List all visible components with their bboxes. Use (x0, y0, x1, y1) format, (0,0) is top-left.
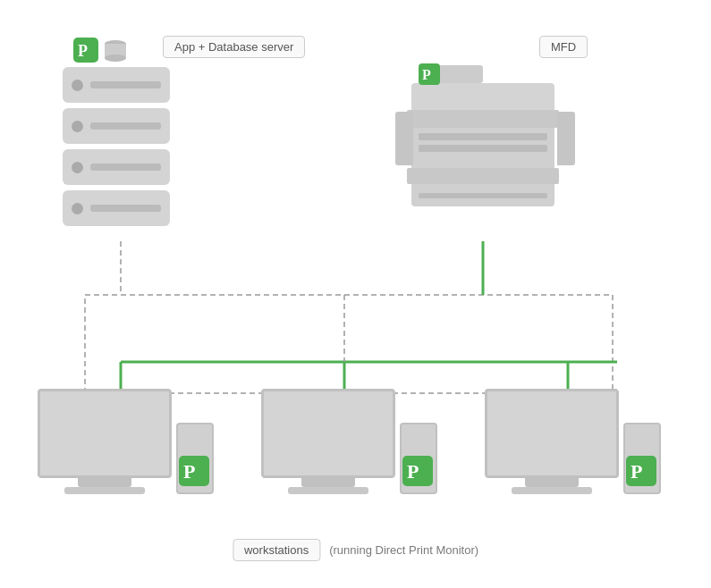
svg-text:P: P (631, 460, 642, 483)
workstation-right: P (485, 389, 661, 494)
svg-rect-0 (85, 295, 613, 393)
server-stack (63, 67, 170, 226)
svg-text:P: P (78, 42, 88, 60)
app-db-server-label: App + Database server (163, 36, 305, 58)
papercut-logo-icon: P (73, 38, 98, 66)
svg-text:P: P (407, 460, 419, 483)
workstations-label-container: workstations (running Direct Print Monit… (233, 539, 478, 561)
svg-text:P: P (183, 460, 195, 483)
database-icon (104, 39, 127, 68)
workstations-desc: (running Direct Print Monitor) (329, 543, 478, 557)
workstation-middle: P (261, 389, 437, 494)
svg-point-12 (105, 55, 126, 62)
workstation-left: P (38, 389, 214, 494)
diagram-container: P App + Database server MFD (0, 0, 711, 588)
mfd-printer: P (411, 67, 559, 206)
svg-text:P: P (422, 67, 431, 82)
mfd-label: MFD (539, 36, 588, 58)
workstations-badge: workstations (233, 539, 320, 561)
